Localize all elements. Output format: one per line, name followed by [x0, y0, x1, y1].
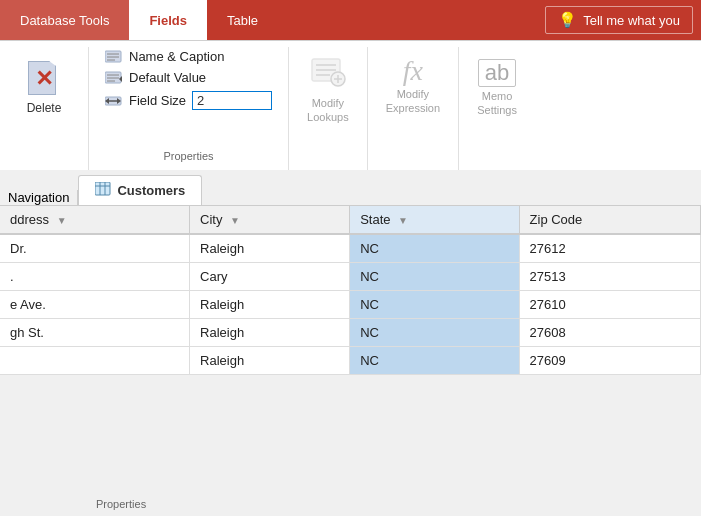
col-header-address-label: ddress — [10, 212, 49, 227]
x-mark: ✕ — [35, 68, 53, 90]
delete-icon: ✕ — [24, 59, 64, 99]
delete-label: Delete — [27, 101, 62, 115]
memo-settings-group: ab MemoSettings — [459, 47, 535, 170]
properties-group-label: Properties — [101, 145, 276, 166]
cell-state-2: NC — [350, 263, 519, 291]
cell-city-2: Cary — [190, 263, 350, 291]
cell-zip-2: 27513 — [519, 263, 700, 291]
cell-state-1: NC — [350, 234, 519, 263]
sort-arrow-city: ▼ — [230, 215, 240, 226]
table-row: . Cary NC 27513 — [0, 263, 701, 291]
modify-expression-group: fx ModifyExpression — [368, 47, 459, 170]
col-header-zip[interactable]: Zip Code — [519, 206, 700, 234]
field-size-row: Field Size — [101, 89, 276, 112]
cell-address-2: . — [0, 263, 190, 291]
modify-lookups-group: ModifyLookups — [289, 47, 368, 170]
table-row: Raleigh NC 27609 — [0, 347, 701, 375]
properties-section-label: Properties — [96, 498, 146, 510]
navigation-tab[interactable]: Navigation — [0, 190, 78, 205]
properties-group: Name & Caption Default Value — [89, 47, 289, 170]
svg-rect-19 — [95, 182, 110, 195]
col-header-city[interactable]: City ▼ — [190, 206, 350, 234]
modify-expression-button[interactable]: fx ModifyExpression — [376, 51, 450, 122]
delete-group: ✕ Delete — [0, 47, 89, 170]
table-row: e Ave. Raleigh NC 27610 — [0, 291, 701, 319]
modify-lookups-button[interactable]: ModifyLookups — [297, 51, 359, 131]
default-value-button[interactable]: Default Value — [101, 68, 276, 87]
customers-tab[interactable]: Customers — [78, 175, 202, 205]
name-caption-label: Name & Caption — [129, 49, 224, 64]
sort-arrow-state: ▼ — [398, 215, 408, 226]
customers-tab-label: Customers — [117, 183, 185, 198]
cell-address-3: e Ave. — [0, 291, 190, 319]
cell-state-3: NC — [350, 291, 519, 319]
tab-fields[interactable]: Fields — [129, 0, 207, 40]
cell-city-5: Raleigh — [190, 347, 350, 375]
ribbon-tabs-row: Database Tools Fields Table 💡 Tell me wh… — [0, 0, 701, 40]
cell-city-4: Raleigh — [190, 319, 350, 347]
cell-state-5: NC — [350, 347, 519, 375]
col-header-city-label: City — [200, 212, 222, 227]
field-size-icon — [105, 94, 123, 108]
table-header-row: ddress ▼ City ▼ State ▼ Zip Code — [0, 206, 701, 234]
cell-address-5 — [0, 347, 190, 375]
field-size-label: Field Size — [129, 93, 186, 108]
tabs-bar: Navigation Customers — [0, 170, 701, 206]
table-row: Dr. Raleigh NC 27612 — [0, 234, 701, 263]
customers-tab-icon — [95, 182, 111, 199]
modify-expression-icon: fx — [403, 57, 423, 85]
lightbulb-icon: 💡 — [558, 11, 577, 29]
cell-address-1: Dr. — [0, 234, 190, 263]
cell-zip-1: 27612 — [519, 234, 700, 263]
cell-city-1: Raleigh — [190, 234, 350, 263]
ribbon: Database Tools Fields Table 💡 Tell me wh… — [0, 0, 701, 170]
name-caption-icon — [105, 50, 123, 64]
cell-zip-3: 27610 — [519, 291, 700, 319]
navigation-tab-label: Navigation — [8, 190, 69, 205]
cell-zip-5: 27609 — [519, 347, 700, 375]
table-row: gh St. Raleigh NC 27608 — [0, 319, 701, 347]
memo-settings-icon: ab — [478, 57, 516, 87]
ribbon-content: ✕ Delete Name & Caption — [0, 40, 701, 170]
name-caption-button[interactable]: Name & Caption — [101, 47, 276, 66]
sort-arrow-address: ▼ — [57, 215, 67, 226]
cell-city-3: Raleigh — [190, 291, 350, 319]
cell-state-4: NC — [350, 319, 519, 347]
default-value-icon — [105, 71, 123, 85]
modify-expression-label: ModifyExpression — [386, 87, 440, 116]
cell-zip-4: 27608 — [519, 319, 700, 347]
tell-me-box[interactable]: 💡 Tell me what you — [545, 6, 693, 34]
col-header-address[interactable]: ddress ▼ — [0, 206, 190, 234]
modify-lookups-icon — [310, 57, 346, 94]
data-table-container: ddress ▼ City ▼ State ▼ Zip Code Dr. — [0, 206, 701, 375]
tell-me-text: Tell me what you — [583, 13, 680, 28]
memo-settings-label: MemoSettings — [477, 89, 517, 118]
field-size-input[interactable] — [192, 91, 272, 110]
tab-table[interactable]: Table — [207, 0, 278, 40]
tab-database-tools[interactable]: Database Tools — [0, 0, 129, 40]
col-header-zip-label: Zip Code — [530, 212, 583, 227]
cell-address-4: gh St. — [0, 319, 190, 347]
col-header-state-label: State — [360, 212, 390, 227]
memo-settings-button[interactable]: ab MemoSettings — [467, 51, 527, 124]
delete-button[interactable]: ✕ Delete — [16, 55, 72, 119]
customers-table: ddress ▼ City ▼ State ▼ Zip Code Dr. — [0, 206, 701, 375]
col-header-state[interactable]: State ▼ — [350, 206, 519, 234]
modify-lookups-label: ModifyLookups — [307, 96, 349, 125]
default-value-label: Default Value — [129, 70, 206, 85]
